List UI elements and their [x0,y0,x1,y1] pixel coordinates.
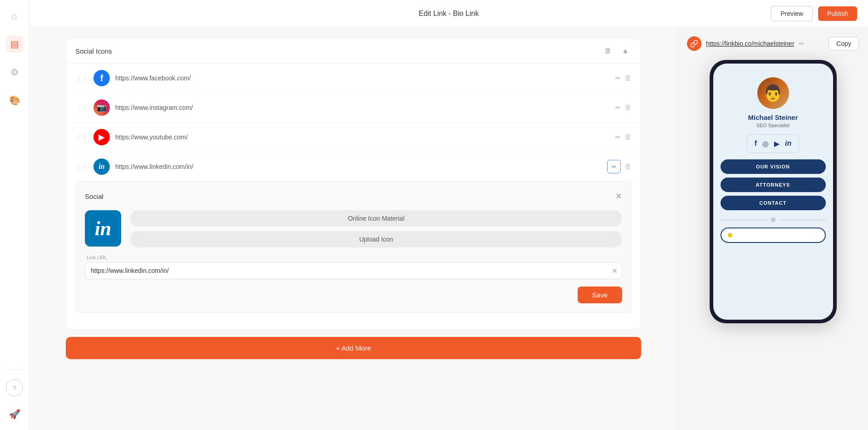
phone-divider-dot [771,217,775,222]
social-edit-title: Social [85,193,103,200]
social-edit-body: in Online Icon Material Upload Icon [85,210,622,247]
drag-handle-instagram[interactable]: ⋮⋮ [75,104,88,111]
profile-title: SEO Specialist [756,123,790,128]
social-edit-options: Online Icon Material Upload Icon [130,210,622,247]
phone-youtube-icon: ▶ [774,139,780,148]
instagram-item-actions: ✏ 🗑 [615,104,632,112]
phone-divider [721,217,826,222]
link-url-input-wrap: ✕ [85,262,622,279]
phone-nav-btn-contact[interactable]: CONTACT [721,196,826,210]
phone-divider-line-left [721,220,768,220]
copy-button[interactable]: Copy [829,37,859,50]
facebook-delete-button[interactable]: 🗑 [624,74,632,82]
profile-name: Michael Steiner [748,114,798,121]
sidebar-item-palette[interactable]: 🎨 [6,92,23,109]
sidebar-item-home[interactable]: ⌂ [6,7,23,25]
linkedin-item-actions: ✏ 🗑 [607,160,632,173]
sidebar: ⌂ ▤ ⚙ 🎨 ? 🚀 [0,0,29,430]
social-icons-card: Social Icons 🗑 ▲ ⋮⋮ f https://www.facebo… [66,38,641,330]
linkedin-icon-text: in [95,217,112,240]
publish-button[interactable]: Publish [818,6,857,21]
preview-edit-pencil-icon[interactable]: ✏ [799,40,804,47]
link-url-label: Link URL [85,255,622,260]
drag-handle-linkedin[interactable]: ⋮⋮ [75,163,88,170]
facebook-item-actions: ✏ 🗑 [615,74,632,82]
preview-brand-icon [687,36,701,51]
sidebar-divider [5,370,24,370]
phone-instagram-icon: ◎ [762,139,769,148]
phone-divider-line-right [778,220,826,220]
linkedin-delete-button[interactable]: 🗑 [624,160,632,173]
facebook-edit-button[interactable]: ✏ [615,74,621,82]
facebook-logo: f [93,70,110,86]
phone-screen: 👨 Michael Steiner SEO Specialist f ◎ ▶ i… [713,64,833,320]
collapse-card-button[interactable]: ▲ [619,46,632,56]
preview-panel: https://linkbio.co/michaelsteiner ✏ Copy… [677,27,868,430]
youtube-logo: ▶ [93,129,110,145]
preview-url-bar: https://linkbio.co/michaelsteiner ✏ Copy [687,36,859,51]
save-button[interactable]: Save [578,287,622,303]
social-item-instagram: ⋮⋮ 📷 https://www.instagram.com/ ✏ 🗑 [66,93,641,123]
phone-input-dot [728,233,732,237]
online-icon-button[interactable]: Online Icon Material [130,210,622,227]
main-area: Edit Link - Bio Link Preview Publish Soc… [29,0,868,430]
link-url-field: Link URL ✕ [85,255,622,279]
youtube-edit-button[interactable]: ✏ [615,133,621,141]
social-edit-wrapper: Social ✕ in Online Icon Material Upload … [66,182,641,329]
header: Edit Link - Bio Link Preview Publish [29,0,868,27]
drag-handle-facebook[interactable]: ⋮⋮ [75,74,88,82]
phone-mockup: 👨 Michael Steiner SEO Specialist f ◎ ▶ i… [710,60,837,323]
social-edit-close-button[interactable]: ✕ [615,191,622,201]
clear-url-button[interactable]: ✕ [612,267,618,275]
social-edit-header: Social ✕ [85,191,622,201]
social-item-youtube: ⋮⋮ ▶ https://www.youtube.com/ ✏ 🗑 [66,123,641,152]
social-item-linkedin: ⋮⋮ in https://www.linkedin.com/in/ ✏ 🗑 [66,152,641,182]
instagram-edit-button[interactable]: ✏ [615,104,621,112]
header-actions: Preview Publish [771,6,857,21]
instagram-logo: 📷 [93,99,110,116]
linkedin-logo: in [93,158,110,175]
facebook-url: https://www.facebook.com/ [115,74,610,82]
social-item-facebook: ⋮⋮ f https://www.facebook.com/ ✏ 🗑 [66,64,641,93]
phone-nav-btn-attorneys[interactable]: ATTORNEYS [721,178,826,192]
card-header-actions: 🗑 ▲ [602,46,632,56]
sidebar-item-rocket[interactable]: 🚀 [6,405,23,423]
save-row: Save [85,287,622,303]
preview-button[interactable]: Preview [771,6,813,21]
youtube-item-actions: ✏ 🗑 [615,133,632,141]
social-icons-card-header: Social Icons 🗑 ▲ [66,39,641,64]
drag-handle-youtube[interactable]: ⋮⋮ [75,133,88,141]
preview-url-link[interactable]: https://linkbio.co/michaelsteiner [706,40,794,47]
youtube-url: https://www.youtube.com/ [115,133,610,141]
sidebar-item-help[interactable]: ? [6,379,23,396]
content-area: Social Icons 🗑 ▲ ⋮⋮ f https://www.facebo… [29,27,868,430]
link-icon [690,40,698,48]
instagram-delete-button[interactable]: 🗑 [624,104,632,112]
youtube-delete-button[interactable]: 🗑 [624,133,632,141]
profile-avatar: 👨 [757,77,789,109]
link-url-input[interactable] [85,262,622,279]
instagram-url: https://www.instagram.com/ [115,104,610,111]
sidebar-item-links[interactable]: ▤ [6,35,23,53]
add-more-button[interactable]: + Add More [66,337,641,359]
linkedin-url: https://www.linkedin.com/in/ [115,163,602,170]
delete-card-button[interactable]: 🗑 [602,46,614,56]
linkedin-edit-button[interactable]: ✏ [607,160,621,173]
social-icons-title: Social Icons [75,47,112,55]
sidebar-item-settings[interactable]: ⚙ [6,64,23,81]
linkedin-icon-preview: in [85,210,121,247]
social-edit-panel: Social ✕ in Online Icon Material Upload … [75,182,632,313]
phone-nav-btn-vision[interactable]: OUR VISION [721,159,826,174]
editor-panel: Social Icons 🗑 ▲ ⋮⋮ f https://www.facebo… [29,27,677,430]
phone-facebook-icon: f [755,139,757,148]
upload-icon-button[interactable]: Upload Icon [130,231,622,247]
phone-input-field [721,227,826,243]
page-title: Edit Link - Bio Link [419,10,479,18]
phone-linkedin-icon: in [785,139,791,148]
phone-social-icons-row: f ◎ ▶ in [747,134,799,153]
